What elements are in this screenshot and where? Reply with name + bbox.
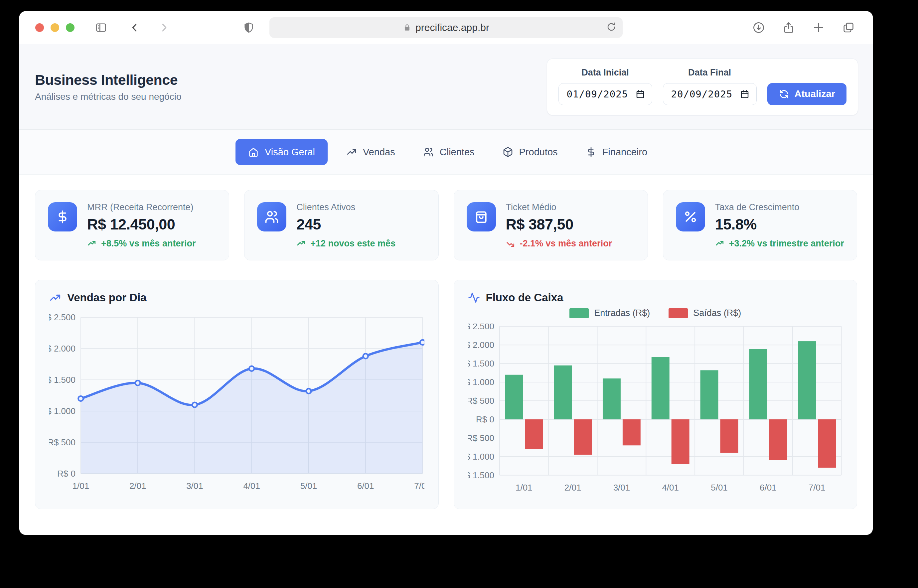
shield-icon[interactable] [243, 22, 254, 33]
dollar-icon [586, 147, 596, 157]
calendar-icon[interactable] [740, 89, 750, 99]
metric-label: Ticket Médio [506, 202, 613, 213]
calendar-icon[interactable] [635, 89, 645, 99]
tab-vendas[interactable]: Vendas [337, 139, 404, 165]
metric-label: MRR (Receita Recorrente) [87, 202, 196, 213]
percent-icon [676, 202, 705, 231]
fluxo-bar-chart: R$ 2.500R$ 2.000R$ 1.500R$ 1.000R$ 500R$… [468, 324, 843, 496]
new-tab-icon[interactable] [812, 21, 825, 34]
vendas-line-chart: R$ 0R$ 500R$ 1.000R$ 1.500R$ 2.000R$ 2.5… [49, 307, 424, 494]
tabs-overview-icon[interactable] [842, 21, 855, 34]
tab-visao-geral[interactable]: Visão Geral [236, 139, 328, 165]
vendas-por-dia-card: Vendas por Dia R$ 0R$ 500R$ 1.000R$ 1.50… [35, 280, 439, 509]
metric-card-ticket: Ticket Médio R$ 387,50 -2.1% vs mês ante… [454, 190, 648, 260]
date-final-value: 20/09/2025 [671, 89, 733, 100]
svg-text:R$ 1.000: R$ 1.000 [49, 406, 76, 416]
svg-text:3/01: 3/01 [186, 481, 203, 491]
home-icon [248, 147, 259, 157]
metric-card-clientes: Clientes Ativos 245 +12 novos este mês [244, 190, 438, 260]
date-final-label: Data Final [688, 68, 731, 78]
svg-text:2/01: 2/01 [129, 481, 146, 491]
url-text: precificae.app.br [415, 22, 489, 33]
legend-swatch-saidas [669, 308, 688, 318]
svg-text:1/01: 1/01 [516, 483, 532, 493]
tab-clientes[interactable]: Clientes [414, 139, 484, 165]
fluxo-de-caixa-card: Fluxo de Caixa Entradas (R$) Saídas (R$)… [454, 280, 857, 509]
trend-up-icon [715, 239, 725, 249]
date-inicial-label: Data Inicial [582, 68, 629, 78]
metric-card-mrr: MRR (Receita Recorrente) R$ 12.450,00 +8… [35, 190, 229, 260]
svg-text:R$ 500: R$ 500 [468, 433, 494, 443]
svg-text:R$ 2.500: R$ 2.500 [468, 324, 494, 331]
metric-label: Taxa de Crescimento [715, 202, 844, 213]
users-icon [423, 147, 434, 157]
legend-saidas: Saídas (R$) [669, 308, 741, 318]
atualizar-label: Atualizar [795, 89, 835, 99]
svg-text:7/01: 7/01 [414, 481, 424, 491]
sidebar-toggle-icon[interactable] [95, 22, 107, 34]
charts-row: Vendas por Dia R$ 0R$ 500R$ 1.000R$ 1.50… [35, 280, 857, 509]
svg-text:1/01: 1/01 [73, 481, 89, 491]
svg-text:R$ 1.000: R$ 1.000 [468, 452, 494, 462]
dollar-icon [48, 202, 77, 231]
close-window-button[interactable] [35, 23, 44, 32]
zoom-window-button[interactable] [66, 23, 74, 32]
address-bar[interactable]: precificae.app.br [270, 17, 623, 38]
trend-up-icon [87, 239, 97, 249]
package-icon [503, 147, 513, 157]
trend-down-icon [506, 239, 516, 249]
browser-toolbar: precificae.app.br [19, 11, 873, 44]
atualizar-button[interactable]: Atualizar [767, 83, 847, 105]
metric-value: R$ 12.450,00 [87, 216, 196, 233]
trending-up-icon [49, 292, 61, 304]
metric-label: Clientes Ativos [296, 202, 396, 213]
svg-text:5/01: 5/01 [711, 483, 728, 493]
main-tabs: Visão Geral Vendas Clientes Produtos Fin… [19, 130, 873, 174]
page-subtitle: Análises e métricas do seu negócio [35, 92, 181, 102]
svg-text:3/01: 3/01 [613, 483, 630, 493]
metric-delta: +8.5% vs mês anterior [87, 239, 196, 249]
svg-text:R$ 1.500: R$ 1.500 [468, 470, 494, 480]
metric-card-crescimento: Taxa de Crescimento 15.8% +3.2% vs trime… [663, 190, 857, 260]
date-inicial-value: 01/09/2025 [567, 89, 628, 100]
tab-label: Visão Geral [265, 147, 315, 158]
chart-title: Vendas por Dia [67, 291, 146, 304]
tab-financeiro[interactable]: Financeiro [576, 139, 656, 165]
tab-produtos[interactable]: Produtos [493, 139, 567, 165]
svg-text:R$ 1.500: R$ 1.500 [49, 375, 76, 385]
svg-text:6/01: 6/01 [760, 483, 777, 493]
minimize-window-button[interactable] [50, 23, 59, 32]
share-icon[interactable] [782, 21, 795, 34]
activity-icon [468, 292, 480, 304]
svg-text:R$ 1.500: R$ 1.500 [468, 359, 494, 368]
metric-cards: MRR (Receita Recorrente) R$ 12.450,00 +8… [35, 190, 857, 260]
back-icon[interactable] [129, 22, 141, 33]
svg-text:6/01: 6/01 [357, 481, 374, 491]
browser-window: precificae.app.br Business Intelligence … [19, 11, 873, 535]
metric-value: 15.8% [715, 216, 844, 233]
metric-delta: +3.2% vs trimestre anterior [715, 239, 844, 249]
legend-swatch-entradas [569, 308, 589, 318]
trend-up-icon [296, 239, 306, 249]
page-title: Business Intelligence [35, 72, 181, 88]
svg-text:7/01: 7/01 [808, 483, 825, 493]
reload-icon[interactable] [606, 22, 617, 34]
date-inicial-input[interactable]: 01/09/2025 [558, 83, 652, 105]
tab-label: Financeiro [602, 147, 647, 158]
date-range-panel: Data Inicial 01/09/2025 Data Final 20/09… [547, 58, 858, 115]
shopping-bag-icon [467, 202, 496, 231]
svg-text:R$ 0: R$ 0 [57, 468, 76, 478]
svg-text:R$ 500: R$ 500 [468, 396, 494, 406]
downloads-icon[interactable] [752, 21, 765, 34]
svg-text:R$ 500: R$ 500 [49, 437, 76, 447]
metric-delta: -2.1% vs mês anterior [506, 239, 613, 249]
svg-text:2/01: 2/01 [564, 483, 581, 493]
refresh-icon [779, 89, 789, 99]
chart-legend: Entradas (R$) Saídas (R$) [468, 308, 843, 318]
page-header: Business Intelligence Análises e métrica… [19, 44, 873, 130]
svg-text:4/01: 4/01 [662, 483, 679, 493]
forward-icon[interactable] [158, 22, 170, 33]
trending-up-icon [346, 147, 357, 157]
date-final-input[interactable]: 20/09/2025 [663, 83, 757, 105]
svg-text:R$ 2.000: R$ 2.000 [49, 344, 76, 354]
